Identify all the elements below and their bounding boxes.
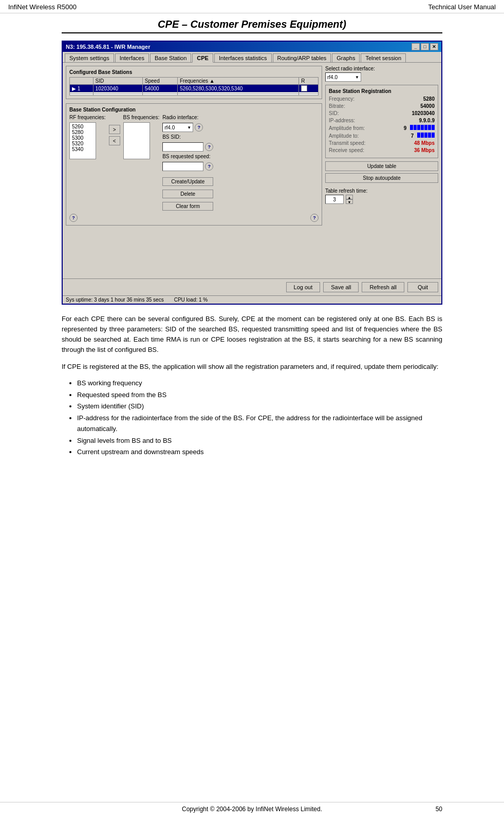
rf-freq-label: RF frequencies:: [69, 115, 106, 120]
page-footer: Copyright © 2004-2006 by InfiNet Wireles…: [0, 802, 504, 813]
update-table-button[interactable]: Update table: [325, 161, 438, 171]
tx-speed-value: 48 Mbps: [414, 140, 435, 146]
tab-cpe[interactable]: CPE: [192, 53, 213, 63]
header-left: InfiNet Wireless R5000: [8, 3, 77, 11]
tab-system-settings[interactable]: System settings: [65, 53, 114, 62]
bitrate-reg-label: Bitrate:: [329, 103, 345, 109]
select-radio-combo[interactable]: rf4.0 ▼: [325, 72, 361, 82]
list-item[interactable]: 5260: [71, 124, 95, 129]
bottom-help-btn-2[interactable]: ?: [310, 214, 319, 222]
footer-copyright: Copyright © 2004-2006 by InfiNet Wireles…: [182, 806, 322, 813]
bottom-help-btn-1[interactable]: ?: [69, 214, 78, 222]
amp-to-bar: [417, 133, 435, 138]
logout-button[interactable]: Log out: [286, 282, 321, 292]
bs-sid-help-button[interactable]: ?: [205, 143, 213, 151]
tab-graphs[interactable]: Graphs: [332, 53, 360, 62]
freq-reg-value: 5280: [423, 96, 435, 102]
spin-down-button[interactable]: ▼: [346, 199, 353, 204]
bs-config-title: Base Station Configuration: [69, 107, 319, 113]
stop-autoupdate-button[interactable]: Stop autoupdate: [325, 173, 438, 183]
create-update-button[interactable]: Create/Update: [162, 177, 213, 186]
amp-block: [424, 125, 427, 130]
amp-to-value: 7: [411, 133, 435, 139]
ip-reg-label: IP-address:: [329, 118, 355, 123]
row-frequencies: 5260,5280,5300,5320,5340: [178, 85, 299, 92]
bs-req-speed-input[interactable]: [162, 162, 203, 171]
radio-help-button[interactable]: ?: [195, 123, 203, 132]
list-item: Current upstream and downstream speeds: [77, 447, 442, 458]
move-right-button[interactable]: >: [109, 125, 120, 134]
refresh-all-button[interactable]: Refresh all: [362, 282, 404, 292]
table-row[interactable]: [70, 94, 319, 96]
minimize-button[interactable]: _: [412, 43, 420, 50]
tab-interfaces-stats[interactable]: Interfaces statistics: [214, 53, 272, 62]
combo-arrow-icon: ▼: [187, 125, 191, 130]
refresh-spin-input[interactable]: [325, 195, 344, 204]
list-item[interactable]: 5320: [71, 141, 95, 146]
select-radio-label: Select radio interface:: [325, 66, 438, 71]
reg-frequency-row: Frequency: 5280: [329, 96, 435, 102]
ip-reg-value: 9.9.0.9: [419, 118, 435, 123]
tab-interfaces[interactable]: Interfaces: [115, 53, 149, 62]
reg-bitrate-row: Bitrate: 54000: [329, 103, 435, 109]
quit-button[interactable]: Quit: [407, 282, 438, 292]
list-item: Signal levels from BS and to BS: [77, 436, 442, 446]
body-paragraph-1: For each CPE there can be several config…: [62, 314, 442, 356]
list-item: System identifier (SID): [77, 401, 442, 412]
reg-rx-speed-row: Receive speed: 36 Mbps: [329, 147, 435, 153]
page-title: CPE – Customer Premises Equipment): [62, 18, 442, 33]
bs-registration-box: Base Station Registration Frequency: 528…: [325, 85, 438, 158]
sid-reg-label: SID:: [329, 110, 339, 116]
iwr-titlebar: N3: 195.38.45.81 - IWR Manager _ □ ✕: [63, 42, 441, 52]
rf-freq-listbox[interactable]: 5260 5280 5300 5320 5340: [69, 122, 96, 159]
reg-amp-from-row: Amplitude from: 9: [329, 125, 435, 131]
iwr-tabs: System settings Interfaces Base Station …: [63, 52, 441, 63]
main-content: CPE – Customer Premises Equipment) N3: 1…: [0, 13, 504, 473]
amp-block: [432, 125, 435, 130]
col-speed: Speed: [142, 78, 177, 85]
amp-block: [417, 133, 420, 138]
list-item[interactable]: 5340: [71, 146, 95, 152]
refresh-spin: ▲ ▼: [325, 195, 438, 204]
save-all-button[interactable]: Save all: [323, 282, 359, 292]
configured-bs-title: Configured Base Stations: [69, 69, 319, 75]
bs-freq-listbox[interactable]: [123, 122, 150, 159]
row-arrow: ▶ 1: [70, 85, 94, 92]
tab-routing[interactable]: Routing/ARP tables: [273, 53, 331, 62]
left-panel: Configured Base Stations SID Speed Frequ…: [66, 66, 322, 275]
radio-col: Radio interface: rf4.0 ▼ ? BS SID:: [162, 115, 213, 212]
maximize-button[interactable]: □: [421, 43, 429, 50]
table-row[interactable]: ▶ 1 10203040 54000 5260,5280,5300,5320,5…: [70, 85, 319, 92]
list-item[interactable]: 5280: [71, 129, 95, 135]
amp-from-value: 9: [404, 125, 435, 131]
delete-button[interactable]: Delete: [162, 190, 213, 198]
radio-iface-combo[interactable]: rf4.0 ▼: [162, 123, 193, 132]
amp-to-label: Amplitude to:: [329, 133, 359, 139]
amp-block: [428, 133, 431, 138]
cpu-status: CPU load: 1 %: [174, 297, 208, 303]
reg-tx-speed-row: Transmit speed: 48 Mbps: [329, 140, 435, 146]
iwr-statusbar: Sys uptime: 3 days 1 hour 36 mins 35 sec…: [63, 295, 441, 304]
close-button[interactable]: ✕: [430, 43, 438, 50]
tab-telnet[interactable]: Telnet session: [361, 53, 406, 62]
row-speed: 54000: [142, 85, 177, 92]
select-radio-iface-section: Select radio interface: rf4.0 ▼: [325, 66, 438, 82]
header-right: Technical User Manual: [428, 3, 496, 11]
bs-speed-help-button[interactable]: ?: [205, 162, 213, 171]
amp-block: [421, 133, 424, 138]
bottom-btns: ? ?: [69, 214, 319, 222]
tab-base-station[interactable]: Base Station: [150, 53, 191, 62]
list-item[interactable]: 5300: [71, 135, 95, 141]
radio-iface-label: Radio interface:: [162, 115, 213, 120]
reg-ip-row: IP-address: 9.9.0.9: [329, 118, 435, 123]
footer-row: Copyright © 2004-2006 by InfiNet Wireles…: [0, 806, 504, 813]
clear-form-button[interactable]: Clear form: [162, 202, 213, 211]
bs-sid-input[interactable]: [162, 142, 203, 152]
bs-table: SID Speed Frequencies ▲ R ▶ 1 10203040 5…: [69, 77, 319, 96]
spin-up-button[interactable]: ▲: [346, 195, 353, 199]
reg-sid-row: SID: 10203040: [329, 110, 435, 116]
reg-amp-to-row: Amplitude to: 7: [329, 133, 435, 139]
move-left-button[interactable]: <: [109, 136, 120, 145]
amp-from-bar: [410, 125, 435, 130]
table-refresh-section: Table refresh time: ▲ ▼: [325, 188, 438, 204]
